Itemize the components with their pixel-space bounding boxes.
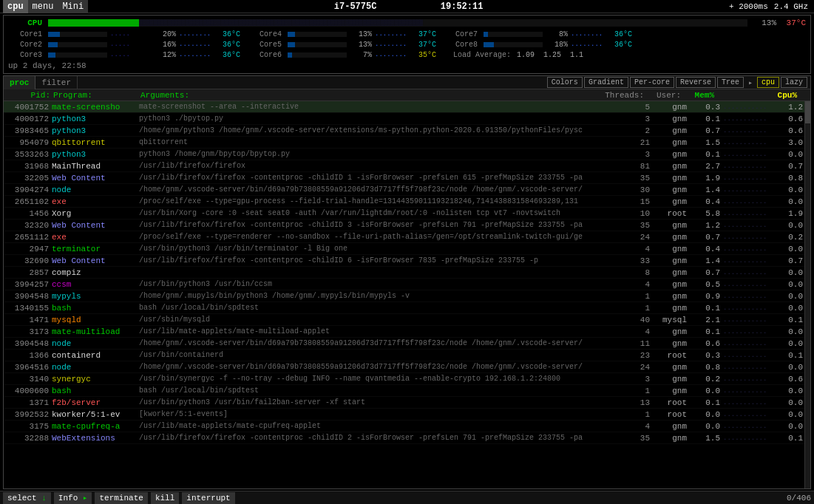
table-row[interactable]: 3140 synergyc /usr/bin/synergyc -f --no-… <box>4 373 810 385</box>
program-cell: f2b/server <box>52 398 139 407</box>
table-row[interactable]: 4000172 python3 python3 ./bpytop.py 3 gn… <box>4 113 810 125</box>
gradient-button[interactable]: Gradient <box>584 77 628 88</box>
pid-cell: 32690 <box>4 256 52 265</box>
table-row[interactable]: 1340155 bash bash /usr/local/bin/spdtest… <box>4 302 810 314</box>
scrollbar[interactable] <box>804 101 810 488</box>
info-button[interactable]: Info ▸ <box>54 492 92 504</box>
cpu-cell: 0.7 <box>771 162 804 171</box>
table-row[interactable]: 3992532 kworker/5:1-ev [kworker/5:1-even… <box>4 409 810 420</box>
threads-cell: 33 <box>605 256 653 265</box>
cpu-cell: 0.0 <box>771 410 804 419</box>
cpu-model: i7-5775C <box>334 1 377 12</box>
table-row[interactable]: 3964516 node /home/gnm/.vscode-server/bi… <box>4 361 810 373</box>
user-cell: mysql <box>653 316 690 324</box>
table-row[interactable]: 1471 mysqld /usr/sbin/mysqld 40 mysql 2.… <box>4 314 810 326</box>
pid-cell: 3964516 <box>4 363 52 372</box>
cpu-cell: 0.6 <box>771 126 804 135</box>
system-panel: CPU ▒▒▒▒▒▒▒▒▒▒▒▒▒▒▒▒▒▒▒▒▒▒▒▒▒▒▒▒▒▒▒▒▒▒▒▒… <box>3 15 811 74</box>
table-row[interactable]: 32320 Web Content /usr/lib/firefox/firef… <box>4 219 810 231</box>
mem-cell: 1.2 <box>690 221 723 230</box>
core8-bar-fill <box>484 42 494 47</box>
cpu-cell: 0.2 <box>771 233 804 242</box>
table-row[interactable]: 32690 Web Content /usr/lib/firefox/firef… <box>4 255 810 267</box>
threads-header: Threads: <box>599 91 647 100</box>
core8-temp: 36°C <box>614 41 640 49</box>
args-cell: /home/gnm/.vscode-server/bin/d69a79b7380… <box>139 185 605 194</box>
cpu-cell: 0.0 <box>771 221 804 230</box>
mem-dots-cell: ........... <box>723 245 771 253</box>
core6-bar <box>288 52 347 58</box>
threads-cell: 35 <box>605 174 653 183</box>
pid-cell: 3992532 <box>4 410 52 419</box>
mem-dots-cell: ........... <box>723 423 771 430</box>
scrollbar-thumb[interactable] <box>805 101 810 123</box>
table-row[interactable]: 3175 mate-cpufreq-a /usr/lib/mate-applet… <box>4 420 810 432</box>
cpu-sort-button[interactable]: cpu <box>757 77 779 88</box>
colors-button[interactable]: Colors <box>547 77 583 88</box>
table-row[interactable]: 4000600 bash bash /usr/local/bin/spdtest… <box>4 385 810 397</box>
filter-tab[interactable]: filter <box>35 76 78 89</box>
table-row[interactable]: 32205 Web Content /usr/lib/firefox/firef… <box>4 172 810 184</box>
load-avg-label: Load Average: <box>447 51 511 59</box>
threads-cell: 2 <box>605 126 653 135</box>
user-cell: gnm <box>653 138 690 147</box>
mem-dots-cell: ........... <box>723 127 771 134</box>
mem-cell: 0.1 <box>690 327 723 336</box>
table-row[interactable]: 3904548 mypyls /home/gnm/.mupyls/bin/pyt… <box>4 290 810 302</box>
core1-dots: ..... <box>110 30 151 38</box>
reverse-button[interactable]: Reverse <box>676 77 716 88</box>
table-row[interactable]: 1366 containerd /usr/bin/containerd 23 r… <box>4 350 810 361</box>
table-row[interactable]: 31968 MainThread /usr/lib/firefox/firefo… <box>4 160 810 172</box>
interrupt-button[interactable]: interrupt <box>182 492 234 504</box>
table-row[interactable]: 3983465 python3 /home/gnm/python3 /home/… <box>4 125 810 137</box>
select-button[interactable]: select ↓ <box>3 492 51 504</box>
table-row[interactable]: 3904548 node /home/gnm/.vscode-server/bi… <box>4 338 810 350</box>
mem-cell: 0.1 <box>690 150 723 159</box>
uptime-row: up 2 days, 22:58 <box>8 60 806 72</box>
core-row-1: Core1 ..... 20% ........ 36°C Core4 13% … <box>8 29 806 39</box>
cpu-cell: 0.0 <box>771 363 804 372</box>
table-row[interactable]: 2857 compiz 8 gnm 0.7 ........... 0.0 <box>4 267 810 279</box>
threads-cell: 13 <box>605 398 653 407</box>
table-row[interactable]: 1456 Xorg /usr/bin/Xorg -core :0 -seat s… <box>4 208 810 219</box>
cpu-tab[interactable]: cpu <box>3 0 28 13</box>
table-row[interactable]: 2947 terminator /usr/bin/python3 /usr/bi… <box>4 243 810 255</box>
proc-tab-label: proc <box>10 78 29 87</box>
mem-cell: 0.4 <box>690 245 723 253</box>
mem-header: Mem% <box>684 91 717 100</box>
user-cell: gnm <box>653 304 690 313</box>
program-cell: MainThread <box>52 162 139 171</box>
mini-tab[interactable]: Mini <box>58 0 88 13</box>
lazy-button[interactable]: lazy <box>781 77 807 88</box>
table-row[interactable]: 1371 f2b/server /usr/bin/python3 /usr/bi… <box>4 397 810 409</box>
core8-pct: 18% <box>546 41 568 49</box>
mem-dots-cell: ........... <box>723 222 771 229</box>
program-cell: mate-multiload <box>52 327 139 336</box>
terminate-button[interactable]: terminate <box>95 492 147 504</box>
args-cell: mate-screenshot --area --interactive <box>139 103 605 111</box>
threads-cell: 4 <box>605 280 653 289</box>
core4-pct: 13% <box>350 30 372 38</box>
cpu-cell: 1.9 <box>771 209 804 218</box>
menu-tab[interactable]: menu <box>28 0 58 13</box>
tree-button[interactable]: Tree <box>717 77 744 88</box>
cpu-cell: 0.0 <box>771 339 804 348</box>
kill-button[interactable]: kill <box>151 492 179 504</box>
uptime-text: up 2 days, 22:58 <box>8 61 87 70</box>
table-row[interactable]: 2651112 exe /proc/self/exe --type=render… <box>4 231 810 243</box>
mem-cell: 0.0 <box>690 386 723 395</box>
per-core-button[interactable]: Per-core <box>630 77 674 88</box>
proc-header-bar: proc filter Colors Gradient Per-core Rev… <box>4 76 810 89</box>
proc-tab[interactable]: proc <box>4 76 35 89</box>
table-row[interactable]: 3173 mate-multiload /usr/lib/mate-applet… <box>4 326 810 338</box>
table-row[interactable]: 2651102 exe /proc/self/exe --type=gpu-pr… <box>4 196 810 208</box>
table-row[interactable]: 3994257 ccsm /usr/bin/python3 /usr/bin/c… <box>4 279 810 290</box>
table-row[interactable]: 3904274 node /home/gnm/.vscode-server/bi… <box>4 184 810 196</box>
table-row[interactable]: 4001752 mate-screensho mate-screenshot -… <box>4 101 810 113</box>
table-row[interactable]: 3533263 python3 python3 /home/gnm/bpytop… <box>4 149 810 160</box>
core3-bar <box>48 52 107 58</box>
core3-temp: 36°C <box>223 51 248 59</box>
table-row[interactable]: 954079 qbittorrent qbittorrent 21 gnm 1.… <box>4 137 810 149</box>
pid-cell: 4000172 <box>4 115 52 123</box>
table-row[interactable]: 32288 WebExtensions /usr/lib/firefox/fir… <box>4 432 810 444</box>
